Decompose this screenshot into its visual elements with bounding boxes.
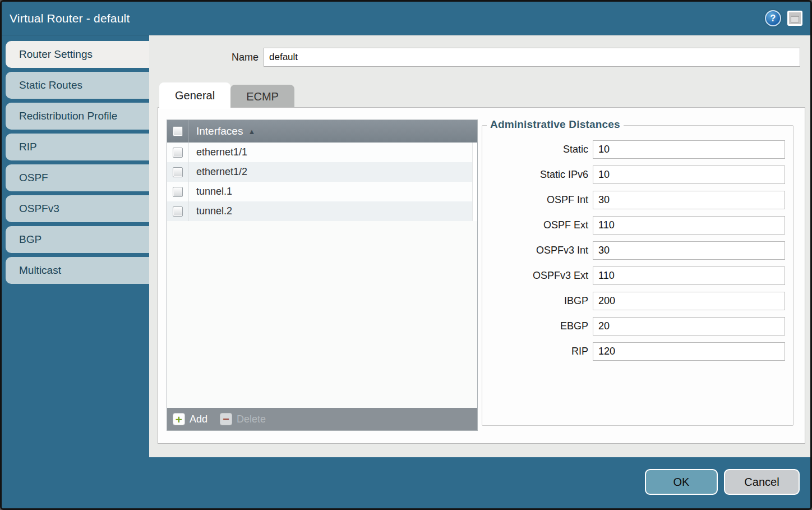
table-row[interactable]: tunnel.2 bbox=[167, 201, 477, 221]
table-scrollbar[interactable] bbox=[472, 143, 477, 221]
add-button[interactable]: + Add bbox=[173, 413, 207, 425]
sidebar-item-ospf[interactable]: OSPF bbox=[6, 164, 149, 191]
ebgp-label: EBGP bbox=[560, 320, 588, 332]
table-row[interactable]: ethernet1/1 bbox=[167, 143, 477, 162]
cancel-button-label: Cancel bbox=[744, 476, 779, 489]
administrative-distances-fieldset: Administrative Distances Static Static I… bbox=[482, 125, 793, 426]
ok-button[interactable]: OK bbox=[645, 469, 718, 495]
add-plus-icon: + bbox=[173, 413, 185, 425]
field-row-ospfv3-ext: OSPFv3 Ext bbox=[482, 267, 785, 285]
ebgp-input[interactable] bbox=[593, 317, 785, 336]
tab-general-label: General bbox=[175, 89, 215, 102]
router-settings-pane: Name General ECMP Interfaces ▲ bbox=[149, 35, 810, 457]
ospfv3-ext-input[interactable] bbox=[593, 267, 785, 285]
row-checkbox[interactable] bbox=[173, 206, 183, 217]
table-row[interactable]: ethernet1/2 bbox=[167, 162, 477, 182]
ospf-int-input[interactable] bbox=[593, 191, 785, 209]
sidebar-item-redistribution-profile[interactable]: Redistribution Profile bbox=[6, 103, 149, 130]
ibgp-input[interactable] bbox=[593, 292, 785, 310]
row-checkbox[interactable] bbox=[173, 187, 183, 197]
interface-name: ethernet1/1 bbox=[196, 146, 247, 158]
sidebar-item-bgp[interactable]: BGP bbox=[6, 226, 149, 253]
row-checkbox-cell bbox=[167, 162, 189, 182]
field-row-ebgp: EBGP bbox=[482, 317, 785, 336]
dialog-title: Virtual Router - default bbox=[10, 12, 130, 25]
tab-ecmp-label: ECMP bbox=[246, 90, 279, 103]
field-row-static-ipv6: Static IPv6 bbox=[482, 166, 785, 184]
sidebar-item-label: RIP bbox=[19, 141, 37, 153]
select-all-checkbox[interactable] bbox=[173, 126, 183, 136]
general-tab-panel: Interfaces ▲ ethernet1/1 ethernet1/2 tun… bbox=[158, 107, 805, 444]
dialog-titlebar: Virtual Router - default ? bbox=[2, 2, 810, 35]
sidebar-item-rip[interactable]: RIP bbox=[6, 134, 149, 160]
sidebar-item-multicast[interactable]: Multicast bbox=[6, 257, 149, 284]
ospfv3-int-input[interactable] bbox=[593, 241, 785, 260]
name-row: Name bbox=[232, 48, 800, 67]
administrative-distances-fields: Static Static IPv6 OSPF Int OSPF Ext bbox=[482, 126, 793, 361]
table-row[interactable]: tunnel.1 bbox=[167, 182, 477, 201]
sidebar-item-static-routes[interactable]: Static Routes bbox=[6, 72, 149, 99]
name-input[interactable] bbox=[264, 48, 800, 67]
field-row-static: Static bbox=[482, 140, 785, 159]
interfaces-table-header: Interfaces ▲ bbox=[167, 120, 477, 143]
rip-input[interactable] bbox=[593, 342, 785, 361]
sidebar-item-label: Router Settings bbox=[19, 48, 93, 61]
titlebar-icons: ? bbox=[765, 10, 802, 26]
delete-button[interactable]: − Delete bbox=[220, 413, 266, 425]
interfaces-table-body: ethernet1/1 ethernet1/2 tunnel.1 tunnel.… bbox=[167, 143, 477, 408]
field-row-ospfv3-int: OSPFv3 Int bbox=[482, 241, 785, 260]
settings-tab-strip: General ECMP bbox=[159, 82, 294, 108]
interface-name: tunnel.1 bbox=[196, 186, 232, 197]
tab-ecmp[interactable]: ECMP bbox=[230, 85, 294, 108]
static-input[interactable] bbox=[593, 140, 785, 159]
interface-name: ethernet1/2 bbox=[196, 166, 247, 178]
ospf-int-label: OSPF Int bbox=[547, 194, 588, 206]
interfaces-table: Interfaces ▲ ethernet1/1 ethernet1/2 tun… bbox=[167, 120, 478, 431]
administrative-distances-legend: Administrative Distances bbox=[487, 118, 624, 131]
cancel-button[interactable]: Cancel bbox=[724, 469, 800, 495]
ospf-ext-input[interactable] bbox=[593, 216, 785, 235]
static-label: Static bbox=[563, 144, 588, 155]
ok-button-label: OK bbox=[673, 476, 690, 489]
field-row-ibgp: IBGP bbox=[482, 292, 785, 310]
sidebar-item-router-settings[interactable]: Router Settings bbox=[6, 41, 149, 68]
sidebar-item-label: OSPF bbox=[19, 172, 48, 184]
row-checkbox-cell bbox=[167, 143, 189, 162]
sidebar-item-label: OSPFv3 bbox=[19, 203, 59, 215]
static-ipv6-input[interactable] bbox=[593, 166, 785, 184]
sidebar-item-label: Multicast bbox=[19, 264, 61, 277]
row-checkbox-cell bbox=[167, 201, 189, 221]
sidebar-item-label: Redistribution Profile bbox=[19, 110, 117, 122]
row-checkbox[interactable] bbox=[173, 148, 183, 158]
field-row-ospf-int: OSPF Int bbox=[482, 191, 785, 209]
sidebar-item-label: Static Routes bbox=[19, 79, 82, 91]
name-label: Name bbox=[232, 52, 259, 63]
tab-general[interactable]: General bbox=[159, 82, 230, 108]
row-checkbox-cell bbox=[167, 182, 189, 201]
field-row-ospf-ext: OSPF Ext bbox=[482, 216, 785, 235]
delete-button-label: Delete bbox=[237, 413, 266, 425]
virtual-router-dialog: Virtual Router - default ? Router Settin… bbox=[0, 0, 812, 510]
restore-window-icon[interactable] bbox=[787, 11, 802, 26]
delete-minus-icon: − bbox=[220, 413, 232, 425]
sidebar-item-label: BGP bbox=[19, 233, 41, 246]
add-button-label: Add bbox=[190, 413, 207, 425]
rip-label: RIP bbox=[571, 346, 588, 357]
interfaces-column-header[interactable]: Interfaces bbox=[196, 125, 243, 137]
field-row-rip: RIP bbox=[482, 342, 785, 361]
interface-name: tunnel.2 bbox=[196, 205, 232, 217]
ospfv3-ext-label: OSPFv3 Ext bbox=[533, 270, 588, 282]
ospfv3-int-label: OSPFv3 Int bbox=[536, 245, 588, 256]
row-checkbox[interactable] bbox=[173, 167, 183, 177]
ospf-ext-label: OSPF Ext bbox=[543, 219, 588, 231]
sidebar-item-ospfv3[interactable]: OSPFv3 bbox=[6, 195, 149, 222]
select-all-cell bbox=[167, 120, 189, 143]
help-icon[interactable]: ? bbox=[765, 10, 781, 26]
static-ipv6-label: Static IPv6 bbox=[540, 169, 588, 181]
interfaces-table-footer: + Add − Delete bbox=[167, 408, 477, 430]
ibgp-label: IBGP bbox=[564, 295, 588, 307]
sort-ascending-icon[interactable]: ▲ bbox=[248, 127, 255, 136]
